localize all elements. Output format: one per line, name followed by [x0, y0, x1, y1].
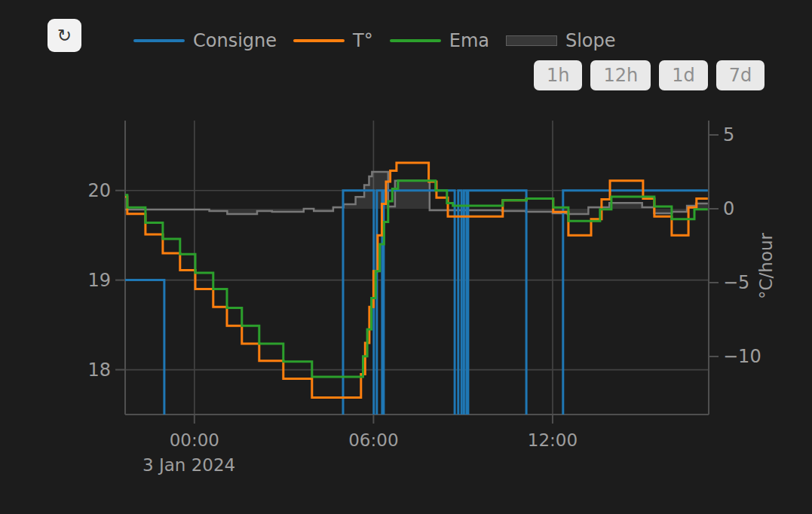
- legend-item-consigne[interactable]: Consigne: [133, 32, 277, 50]
- x-tick-label-0600: 06:00: [348, 430, 398, 450]
- slope-area-swatch: [506, 35, 557, 46]
- y-right-tick-label-5: −5: [723, 272, 749, 293]
- range-button-12h[interactable]: 12h: [590, 60, 651, 90]
- refresh-icon: ↻: [57, 26, 72, 46]
- y-right-axis-title: °C/hour: [756, 232, 776, 299]
- y-right-tick-label-0: 0: [723, 198, 734, 219]
- legend-item-t[interactable]: T°: [293, 32, 373, 50]
- range-button-1d[interactable]: 1d: [659, 60, 708, 90]
- legend: Consigne T° Ema Slope: [133, 30, 616, 50]
- legend-label-t: T°: [353, 32, 373, 50]
- consigne-line-swatch: [133, 39, 185, 42]
- y-right-tick-label-10: −10: [723, 346, 761, 367]
- ema-line-swatch: [390, 39, 441, 42]
- t-line-swatch: [293, 39, 345, 42]
- range-button-1h[interactable]: 1h: [534, 60, 582, 90]
- legend-item-slope[interactable]: Slope: [506, 32, 616, 50]
- y-left-tick-label-19: 19: [87, 270, 111, 291]
- series-slope-fill: [125, 172, 708, 214]
- legend-label-slope: Slope: [565, 32, 616, 50]
- legend-label-consigne: Consigne: [193, 32, 277, 50]
- y-right-tick-label-5: 5: [723, 124, 734, 145]
- app-root: 00:0006:0012:003 Jan 202420191850−5−10°C…: [0, 0, 812, 514]
- range-buttons: 1h 12h 1d 7d: [534, 60, 765, 90]
- y-left-tick-label-18: 18: [87, 359, 111, 381]
- legend-label-ema: Ema: [449, 32, 489, 50]
- y-left-tick-label-20: 20: [87, 180, 111, 201]
- refresh-button[interactable]: ↻: [47, 19, 81, 52]
- x-axis-date-label: 3 Jan 2024: [142, 455, 235, 475]
- legend-item-ema[interactable]: Ema: [390, 32, 489, 50]
- x-tick-label-1200: 12:00: [528, 430, 578, 450]
- x-tick-label-0000: 00:00: [170, 430, 219, 450]
- range-button-7d[interactable]: 7d: [716, 60, 765, 90]
